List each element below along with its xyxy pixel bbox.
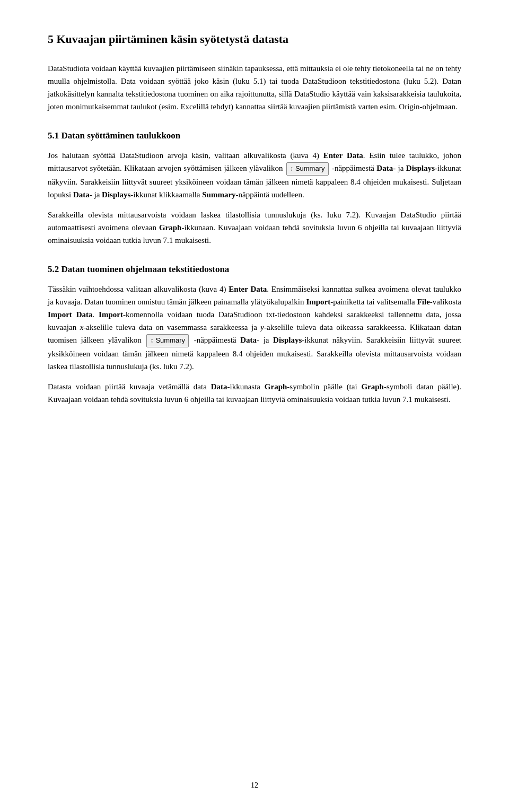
summary-label-1: Summary [295, 163, 325, 174]
summary-icon-2: ↕ [150, 336, 153, 346]
data-label-1: Data [376, 164, 393, 172]
graph-label-1: Graph [159, 223, 182, 232]
displays-label-2: Displays [102, 190, 130, 199]
summary-icon-1: ↕ [290, 164, 293, 174]
section52-para1: Tässäkin vaihtoehdossa valitaan alkuvali… [48, 283, 461, 373]
summary-text-ref: Summary [202, 190, 235, 199]
y-axis-label: y [260, 323, 264, 331]
page-title: 5 Kuvaajan piirtäminen käsin syötetystä … [48, 32, 461, 47]
summary-button-1[interactable]: ↕ Summary [286, 162, 329, 176]
section52-para2: Datasta voidaan piirtää kuvaaja vetämäll… [48, 380, 461, 406]
page-number: 12 [0, 780, 509, 791]
data-label-4: Data [211, 382, 227, 391]
enter-data-label: Enter Data [323, 151, 363, 160]
file-label: File [417, 298, 430, 306]
section-52-heading: 5.2 Datan tuominen ohjelmaan tekstitiedo… [48, 264, 461, 275]
import-data-label: Import Data [48, 310, 92, 319]
intro-paragraph: DataStudiota voidaan käyttää kuvaajien p… [48, 62, 461, 113]
import-label: Import [306, 298, 330, 306]
summary-button-2[interactable]: ↕ Summary [146, 334, 189, 347]
displays-label-1: Displays [406, 164, 435, 172]
x-axis-label: x [80, 323, 84, 331]
displays-label-3: Displays [273, 336, 302, 344]
section-51-heading: 5.1 Datan syöttäminen taulukkoon [48, 130, 461, 142]
import-label-2: Import [99, 310, 123, 319]
section51-para1: Jos halutaan syöttää DataStudioon arvoja… [48, 149, 461, 201]
page: 5 Kuvaajan piirtäminen käsin syötetystä … [0, 0, 509, 812]
enter-data-label-2: Enter Data [229, 285, 267, 293]
summary-label-2: Summary [155, 335, 185, 346]
data-label-2: Data [73, 190, 90, 199]
data-label-3: Data [240, 336, 257, 344]
graph-label-3: Graph [361, 382, 384, 391]
section51-para2: Sarakkeilla olevista mittausarvoista voi… [48, 208, 461, 247]
graph-label-2: Graph [265, 382, 287, 391]
